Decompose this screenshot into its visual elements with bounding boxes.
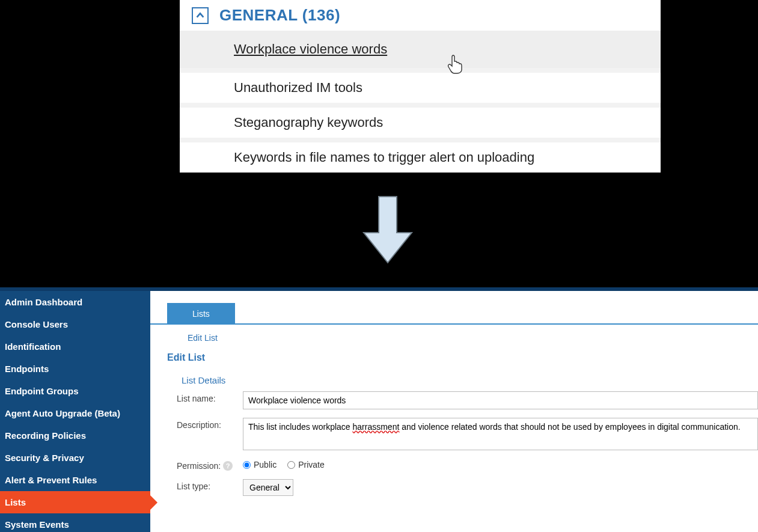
list-name-input[interactable] — [243, 391, 758, 409]
breadcrumb[interactable]: Edit List — [150, 325, 758, 347]
sidebar-item-system-events[interactable]: System Events — [0, 513, 150, 532]
tab-lists[interactable]: Lists — [167, 303, 235, 325]
radio-public-label: Public — [254, 460, 277, 469]
sidebar-item-security-privacy[interactable]: Security & Privacy — [0, 447, 150, 469]
sidebar-item-identification[interactable]: Identification — [0, 335, 150, 358]
sidebar-item-console-users[interactable]: Console Users — [0, 313, 150, 335]
sidebar-item-recording-policies[interactable]: Recording Policies — [0, 424, 150, 447]
radio-private[interactable]: Private — [287, 460, 325, 469]
instruction-top-region: GENERAL (136) Workplace violence words U… — [0, 0, 758, 287]
label-list-name: List name: — [177, 391, 243, 403]
sidebar-item-alert-prevent-rules[interactable]: Alert & Prevent Rules — [0, 469, 150, 491]
label-permission: Permission: ? — [177, 459, 243, 471]
radio-public[interactable]: Public — [243, 460, 277, 469]
sidebar-item-agent-auto-upgrade[interactable]: Agent Auto Upgrade (Beta) — [0, 402, 150, 424]
description-text-after: and violence related words that should n… — [399, 422, 740, 432]
section-header-general[interactable]: GENERAL (136) — [180, 0, 661, 31]
radio-private-label: Private — [298, 460, 325, 469]
radio-private-input[interactable] — [287, 461, 295, 469]
general-list-panel: GENERAL (136) Workplace violence words U… — [180, 0, 661, 173]
sidebar-item-endpoints[interactable]: Endpoints — [0, 358, 150, 380]
main-content: Lists Edit List Edit List List Details L… — [150, 291, 758, 532]
misspelled-word: harrassment — [353, 422, 400, 432]
list-row-keywords-file-names[interactable]: Keywords in file names to trigger alert … — [180, 138, 661, 173]
down-arrow-icon — [361, 194, 415, 266]
permission-radio-group: Public Private — [243, 459, 325, 469]
edit-list-form: List name: Description: This list includ… — [150, 391, 758, 496]
description-textarea[interactable]: This list includes workplace harrassment… — [243, 418, 758, 450]
help-icon[interactable]: ? — [223, 461, 233, 471]
list-type-select[interactable]: General — [243, 479, 293, 496]
section-title: GENERAL (136) — [219, 6, 340, 25]
radio-public-input[interactable] — [243, 461, 251, 469]
page-title: Edit List — [150, 347, 758, 371]
section-list-details: List Details — [150, 371, 758, 391]
sidebar-item-lists[interactable]: Lists — [0, 491, 150, 513]
sidebar-item-admin-dashboard[interactable]: Admin Dashboard — [0, 291, 150, 313]
list-row-steganography-keywords[interactable]: Steganography keywords — [180, 103, 661, 138]
label-list-type: List type: — [177, 479, 243, 491]
app-region: Admin Dashboard Console Users Identifica… — [0, 287, 758, 532]
sidebar: Admin Dashboard Console Users Identifica… — [0, 291, 150, 532]
list-row-unauthorized-im-tools[interactable]: Unauthorized IM tools — [180, 68, 661, 103]
list-row-workplace-violence-words[interactable]: Workplace violence words — [180, 31, 661, 68]
collapse-icon[interactable] — [192, 7, 209, 24]
label-description: Description: — [177, 418, 243, 430]
description-text-before: This list includes workplace — [248, 422, 353, 432]
sidebar-item-endpoint-groups[interactable]: Endpoint Groups — [0, 380, 150, 402]
